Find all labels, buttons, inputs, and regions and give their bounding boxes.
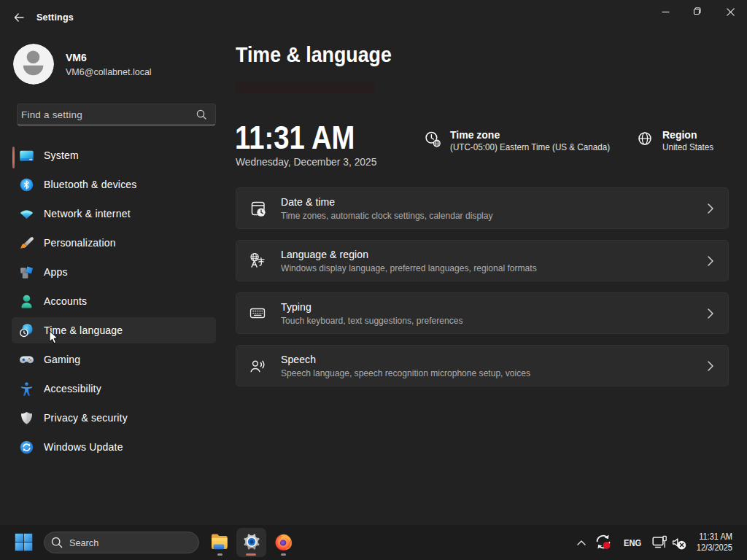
card-text: Language & region Windows display langua… bbox=[281, 249, 546, 273]
sidebar-item-label: Accessibility bbox=[44, 383, 101, 394]
card-subtitle: Touch keyboard, text suggestions, prefer… bbox=[281, 316, 462, 326]
back-button[interactable] bbox=[10, 9, 28, 26]
card-title: Date & time bbox=[281, 196, 500, 208]
search-icon bbox=[51, 537, 63, 548]
gaming-icon bbox=[20, 353, 34, 367]
sidebar-item-label: Accounts bbox=[44, 295, 87, 307]
card-typing[interactable]: Typing Touch keyboard, text suggestions,… bbox=[236, 292, 729, 334]
settings-window: Settings bbox=[0, 0, 747, 525]
sync-icon bbox=[594, 532, 613, 551]
card-subtitle: Speech language, speech recognition micr… bbox=[281, 368, 530, 378]
settings-gear-icon bbox=[241, 532, 262, 552]
card-subtitle: Windows display language, preferred lang… bbox=[281, 263, 537, 273]
region-icon bbox=[637, 131, 653, 150]
windows-logo-icon bbox=[15, 533, 33, 551]
sidebar-item-accessibility[interactable]: Accessibility bbox=[12, 376, 216, 402]
close-icon bbox=[727, 8, 735, 16]
sidebar-item-label: Apps bbox=[44, 266, 68, 278]
date-time-icon bbox=[249, 201, 266, 217]
chevron-right-icon bbox=[708, 308, 713, 319]
file-explorer-running-indicator bbox=[217, 553, 222, 556]
tray-time: 11:31 AM bbox=[670, 531, 732, 542]
firefox-button[interactable] bbox=[268, 528, 298, 557]
sidebar-item-label: Personalization bbox=[44, 237, 116, 249]
sidebar: VM6 VM6@collabnet.local Find a setting bbox=[0, 29, 233, 525]
sidebar-item-label: System bbox=[44, 149, 79, 161]
chevron-right-icon bbox=[708, 256, 713, 266]
mouse-cursor bbox=[49, 330, 59, 348]
personalization-icon bbox=[20, 236, 34, 250]
app-title: Settings bbox=[36, 12, 74, 23]
search-icon bbox=[196, 109, 206, 120]
card-language-region[interactable]: Language & region Windows display langua… bbox=[236, 240, 729, 281]
settings-taskbar-button[interactable] bbox=[236, 528, 266, 557]
content: Time & language 11:31 AM Wednesday, Dece… bbox=[236, 29, 747, 525]
sidebar-item-bluetooth[interactable]: Bluetooth & devices bbox=[12, 171, 216, 198]
windows-update-icon bbox=[20, 440, 34, 454]
sidebar-item-accounts[interactable]: Accounts bbox=[12, 288, 216, 314]
tray-date: 12/3/2025 bbox=[670, 542, 732, 553]
sidebar-item-windows-update[interactable]: Windows Update bbox=[12, 434, 216, 460]
timezone-title: Time zone bbox=[450, 129, 500, 141]
tray-clock[interactable]: 11:31 AM 12/3/2025 bbox=[670, 531, 732, 553]
system-icon bbox=[20, 149, 34, 163]
typing-icon bbox=[249, 306, 266, 322]
card-date-time[interactable]: Date & time Time zones, automatic clock … bbox=[236, 187, 729, 229]
minimize-button[interactable] bbox=[649, 0, 682, 23]
card-subtitle: Time zones, automatic clock settings, ca… bbox=[281, 211, 493, 221]
network-icon bbox=[20, 207, 34, 221]
tray-sync-button[interactable] bbox=[594, 532, 613, 554]
search-input[interactable]: Find a setting bbox=[17, 104, 216, 125]
avatar bbox=[13, 44, 54, 85]
sidebar-item-apps[interactable]: Apps bbox=[12, 259, 216, 285]
apps-icon bbox=[20, 265, 34, 279]
clock-time: 11:31 AM bbox=[235, 119, 355, 157]
close-button[interactable] bbox=[713, 0, 747, 23]
card-text: Typing Touch keyboard, text suggestions,… bbox=[281, 301, 469, 326]
sidebar-item-time-language[interactable]: Time & language bbox=[12, 317, 216, 343]
accessibility-icon bbox=[20, 382, 34, 396]
profile-name: VM6 bbox=[66, 52, 87, 63]
file-explorer-button[interactable] bbox=[205, 528, 235, 557]
sidebar-item-label: Gaming bbox=[44, 354, 80, 365]
sidebar-item-gaming[interactable]: Gaming bbox=[12, 346, 216, 373]
card-title: Language & region bbox=[281, 249, 546, 260]
tray-chevron-button[interactable] bbox=[575, 533, 588, 552]
card-title: Typing bbox=[281, 301, 469, 313]
bluetooth-icon bbox=[20, 178, 34, 192]
sidebar-item-system[interactable]: System bbox=[12, 142, 216, 168]
sidebar-item-label: Bluetooth & devices bbox=[44, 179, 137, 190]
chevron-right-icon bbox=[708, 361, 713, 371]
sidebar-item-label: Windows Update bbox=[44, 441, 123, 453]
sidebar-item-label: Privacy & security bbox=[44, 412, 128, 424]
sidebar-item-label: Network & internet bbox=[44, 208, 131, 219]
card-title: Speech bbox=[281, 354, 539, 365]
taskbar-search[interactable]: Search bbox=[44, 532, 199, 553]
ghost-bar bbox=[235, 82, 375, 93]
back-arrow-icon bbox=[14, 13, 24, 22]
timezone-value: (UTC-05:00) Eastern Time (US & Canada) bbox=[450, 141, 610, 152]
profile-email: VM6@collabnet.local bbox=[66, 67, 152, 77]
sidebar-item-network[interactable]: Network & internet bbox=[12, 201, 216, 227]
accounts-icon bbox=[20, 295, 34, 308]
speech-icon bbox=[249, 358, 266, 374]
network-tray-icon[interactable] bbox=[652, 535, 668, 553]
screen: Settings bbox=[0, 0, 747, 560]
maximize-button[interactable] bbox=[680, 0, 713, 23]
minimize-icon bbox=[662, 8, 670, 16]
taskbar-search-label: Search bbox=[69, 537, 98, 548]
firefox-icon bbox=[274, 533, 293, 551]
sidebar-item-privacy[interactable]: Privacy & security bbox=[12, 405, 216, 431]
firefox-running-indicator bbox=[281, 553, 286, 556]
card-speech[interactable]: Speech Speech language, speech recogniti… bbox=[236, 345, 729, 386]
card-text: Speech Speech language, speech recogniti… bbox=[281, 354, 539, 378]
language-region-icon bbox=[249, 253, 266, 269]
timezone-icon bbox=[425, 131, 442, 152]
start-button[interactable] bbox=[15, 533, 33, 551]
search-placeholder: Find a setting bbox=[18, 109, 196, 120]
time-language-icon bbox=[20, 324, 34, 338]
chevron-up-icon bbox=[577, 540, 586, 545]
sidebar-item-personalization[interactable]: Personalization bbox=[12, 230, 216, 256]
tray-language-label[interactable]: ENG bbox=[624, 537, 641, 548]
page-title: Time & language bbox=[236, 42, 392, 67]
